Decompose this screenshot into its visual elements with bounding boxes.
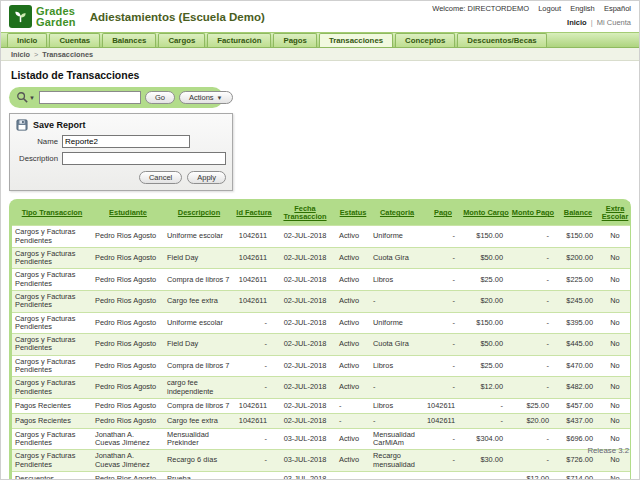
- release-version-label: Release 3.2: [587, 446, 629, 455]
- cell-monto-pago: $25.00: [510, 398, 556, 413]
- cell-monto-cargo: $25.00: [462, 355, 510, 377]
- apply-button[interactable]: Apply: [187, 171, 226, 184]
- table-row: Pagos Recientes Pedro Rios Agosto Compra…: [12, 398, 630, 413]
- cell-extra-escolar: No: [600, 290, 630, 312]
- cell-id-factura: 1042611: [234, 398, 274, 413]
- column-header-balance[interactable]: Balance: [556, 202, 600, 226]
- transactions-tbody: Cargos y Facturas Pendientes Pedro Rios …: [12, 226, 630, 480]
- tab-transacciones[interactable]: Transacciones: [319, 33, 393, 47]
- cell-monto-cargo: $150.00: [462, 226, 510, 248]
- search-input[interactable]: [39, 91, 141, 104]
- column-header-tipo-transaccion[interactable]: Tipo Transaccion: [12, 202, 92, 226]
- cell-balance: $445.00: [556, 334, 600, 356]
- tab-conceptos[interactable]: Conceptos: [395, 33, 455, 47]
- tab-pagos[interactable]: Pagos: [273, 33, 316, 47]
- cell-categoria: Recargo mensualidad: [370, 450, 424, 472]
- links-divider: |: [591, 18, 593, 27]
- cell-monto-cargo: $30.00: [462, 450, 510, 472]
- cell-pago: -: [424, 312, 462, 334]
- cell-id-factura: -: [234, 450, 274, 472]
- cell-monto-cargo: -: [462, 471, 510, 480]
- column-header-monto-cargo[interactable]: Monto Cargo: [462, 202, 510, 226]
- table-row: Pagos Recientes Pedro Rios Agosto Cargo …: [12, 413, 630, 428]
- cell-id-factura: -: [234, 334, 274, 356]
- cell-pago: -: [424, 355, 462, 377]
- cell-fecha-transaccion: 02-JUL-2018: [274, 247, 336, 269]
- report-description-field[interactable]: [62, 152, 226, 165]
- cell-fecha-transaccion: 02-JUL-2018: [274, 413, 336, 428]
- cell-tipo-transaccion: Descuentos: [12, 471, 92, 480]
- cell-categoria: Cuota Gira: [370, 247, 424, 269]
- cell-id-factura: 1042611: [234, 269, 274, 291]
- cell-extra-escolar: No: [600, 377, 630, 399]
- cell-id-factura: -: [234, 355, 274, 377]
- cell-pago: -: [424, 226, 462, 248]
- cell-estudiante: Pedro Rios Agosto: [92, 334, 164, 356]
- cell-fecha-transaccion: 02-JUL-2018: [274, 312, 336, 334]
- cell-descripcion: Uniforme escolar: [164, 226, 234, 248]
- column-header-categoria[interactable]: Categoria: [370, 202, 424, 226]
- cell-pago: -: [424, 290, 462, 312]
- search-column-selector[interactable]: ▼: [16, 91, 35, 104]
- mi-cuenta-link[interactable]: Mi Cuenta: [597, 18, 631, 27]
- go-button[interactable]: Go: [145, 91, 175, 104]
- table-row: Cargos y Facturas Pendientes Jonathan A.…: [12, 450, 630, 472]
- cell-estudiante: Pedro Rios Agosto: [92, 269, 164, 291]
- cell-fecha-transaccion: 02-JUL-2018: [274, 398, 336, 413]
- welcome-label: Welcome: DIRECTORDEMO: [432, 4, 529, 13]
- cancel-button[interactable]: Cancel: [139, 171, 182, 184]
- cell-estatus: -: [336, 471, 370, 480]
- cell-balance: $714.00: [556, 471, 600, 480]
- tab-balances[interactable]: Balances: [102, 33, 156, 47]
- column-header-estatus[interactable]: Estatus: [336, 202, 370, 226]
- table-header-row: Tipo Transaccion Estudiante Descripcion …: [12, 202, 630, 226]
- cell-id-factura: 1042611: [234, 413, 274, 428]
- cell-pago: -: [424, 471, 462, 480]
- column-header-id-factura[interactable]: Id Factura: [234, 202, 274, 226]
- cell-descripcion: Mensualidad Prekinder: [164, 428, 234, 450]
- column-header-extra-escolar[interactable]: Extra Escolar: [600, 202, 630, 226]
- cell-monto-cargo: $150.00: [462, 312, 510, 334]
- breadcrumb-separator: >: [34, 50, 38, 59]
- cell-extra-escolar: No: [600, 334, 630, 356]
- tab-cargos[interactable]: Cargos: [158, 33, 205, 47]
- cell-monto-pago: -: [510, 334, 556, 356]
- table-row: Cargos y Facturas Pendientes Pedro Rios …: [12, 226, 630, 248]
- column-header-monto-pago[interactable]: Monto Pago: [510, 202, 556, 226]
- cell-estatus: Activo: [336, 450, 370, 472]
- tab-descuentos-becas[interactable]: Descuentos/Becas: [457, 33, 546, 47]
- report-name-field[interactable]: [62, 135, 190, 148]
- breadcrumb-home-link[interactable]: Inicio: [11, 50, 30, 59]
- logout-link[interactable]: Logout: [538, 4, 561, 13]
- column-header-pago[interactable]: Pago: [424, 202, 462, 226]
- cell-tipo-transaccion: Cargos y Facturas Pendientes: [12, 334, 92, 356]
- transactions-table: Tipo Transaccion Estudiante Descripcion …: [12, 202, 630, 480]
- cell-monto-pago: -: [510, 355, 556, 377]
- main-content: Listado de Transacciones ▼ Go Actions ▼: [1, 61, 639, 480]
- tab-facturacion[interactable]: Facturación: [207, 33, 271, 47]
- cell-pago: -: [424, 450, 462, 472]
- table-row: Cargos y Facturas Pendientes Pedro Rios …: [12, 377, 630, 399]
- column-header-fecha-transaccion[interactable]: Fecha Transaccion: [274, 202, 336, 226]
- cell-monto-cargo: $50.00: [462, 334, 510, 356]
- language-espanol-link[interactable]: Español: [604, 4, 631, 13]
- inicio-account-link[interactable]: Inicio: [567, 18, 587, 27]
- table-row: Cargos y Facturas Pendientes Jonathan A.…: [12, 428, 630, 450]
- cell-estudiante: Jonathan A. Cuevas Jiménez: [92, 450, 164, 472]
- cell-tipo-transaccion: Cargos y Facturas Pendientes: [12, 450, 92, 472]
- tab-inicio[interactable]: Inicio: [7, 33, 47, 47]
- cell-tipo-transaccion: Cargos y Facturas Pendientes: [12, 355, 92, 377]
- cell-estatus: Activo: [336, 247, 370, 269]
- cell-monto-cargo: $50.00: [462, 247, 510, 269]
- cell-categoria: Libros: [370, 269, 424, 291]
- language-english-link[interactable]: English: [570, 4, 595, 13]
- cell-tipo-transaccion: Cargos y Facturas Pendientes: [12, 312, 92, 334]
- cell-pago: -: [424, 428, 462, 450]
- column-header-descripcion[interactable]: Descripcion: [164, 202, 234, 226]
- cell-monto-pago: -: [510, 428, 556, 450]
- column-header-estudiante[interactable]: Estudiante: [92, 202, 164, 226]
- cell-estatus: -: [336, 413, 370, 428]
- cell-estatus: Activo: [336, 428, 370, 450]
- tab-cuentas[interactable]: Cuentas: [49, 33, 100, 47]
- actions-button[interactable]: Actions ▼: [179, 91, 233, 104]
